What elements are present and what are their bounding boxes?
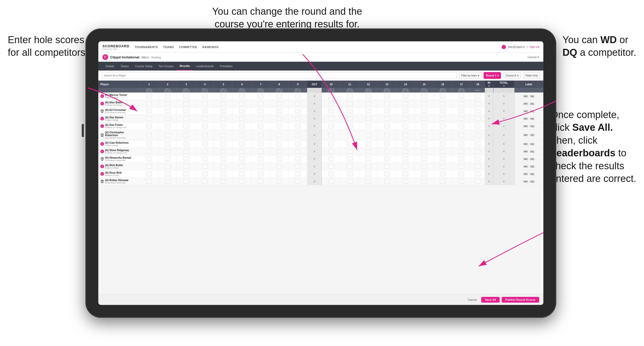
score-input-h8-p4[interactable] [276,124,282,128]
score-hole-3-player-0[interactable] [177,93,196,100]
score-hole-15-player-4[interactable] [415,122,433,130]
score-hole-1-player-3[interactable] [140,115,158,122]
score-input-h6-p2[interactable] [239,109,245,113]
score-input-h1-p9[interactable] [146,164,152,169]
score-input-h8-p0[interactable] [276,94,282,98]
score-hole-17-player-10[interactable] [452,170,471,178]
score-hole-8-player-2[interactable] [270,107,288,115]
score-input-h14-p7[interactable] [403,149,408,154]
score-hole-8-player-11[interactable] [270,178,288,185]
score-hole-4-player-3[interactable] [196,115,214,122]
score-hole-18-player-2[interactable] [471,107,485,115]
score-hole-11-player-6[interactable] [340,140,359,148]
score-input-h15-p7[interactable] [421,149,427,154]
score-input-h8-p7[interactable] [276,149,282,154]
score-input-h13-p4[interactable] [384,124,390,128]
score-input-h4-p3[interactable] [202,116,208,121]
score-input-h16-p2[interactable] [440,109,446,113]
score-input-h10-p7[interactable] [328,149,334,154]
score-hole-5-player-11[interactable] [214,178,233,185]
score-input-h8-p8[interactable] [276,157,282,161]
score-input-h7-p11[interactable] [258,179,263,184]
score-input-h1-p7[interactable] [146,149,152,154]
score-input-h18-p5[interactable] [475,133,480,137]
score-hole-10-player-9[interactable] [322,163,340,170]
nav-committee[interactable]: COMMITTEE [179,45,197,49]
score-hole-7-player-3[interactable] [251,115,270,122]
score-input-h9-p8[interactable] [295,157,301,161]
score-input-h3-p11[interactable] [183,179,189,184]
score-hole-16-player-7[interactable] [433,148,452,155]
score-input-h12-p8[interactable] [366,157,371,161]
score-input-h15-p2[interactable] [421,109,427,113]
score-hole-7-player-10[interactable] [251,170,270,178]
score-hole-14-player-3[interactable] [396,115,415,122]
score-hole-5-player-0[interactable] [214,93,233,100]
score-hole-11-player-2[interactable] [340,107,359,115]
score-input-h17-p5[interactable] [458,133,464,137]
score-input-h6-p8[interactable] [239,157,245,161]
sign-out-link[interactable]: Sign out [530,45,539,48]
score-input-h12-p11[interactable] [366,179,371,184]
dq-button-player-1[interactable]: DQ [530,102,535,105]
score-input-h17-p1[interactable] [458,101,464,106]
score-input-h2-p11[interactable] [165,179,171,184]
score-input-h5-p1[interactable] [220,101,226,106]
tab-leaderboards[interactable]: Leaderboards [193,62,217,71]
wd-button-player-7[interactable]: WD [523,150,528,153]
score-hole-2-player-11[interactable] [158,178,177,185]
score-input-h1-p6[interactable] [146,142,152,146]
score-hole-18-player-8[interactable] [471,155,485,163]
score-input-h15-p8[interactable] [421,157,427,161]
score-input-h12-p1[interactable] [366,101,371,106]
score-hole-3-player-7[interactable] [177,148,196,155]
score-hole-1-player-10[interactable] [140,170,158,178]
score-hole-9-player-1[interactable] [288,100,307,107]
score-input-h3-p4[interactable] [183,124,189,128]
filter-by-team-button[interactable]: Filter by team ▾ [459,72,482,79]
score-hole-1-player-8[interactable] [140,155,158,163]
score-hole-16-player-0[interactable] [433,93,452,100]
score-hole-8-player-7[interactable] [270,148,288,155]
score-input-h15-p6[interactable] [421,142,427,146]
score-input-h13-p2[interactable] [384,109,390,113]
score-input-h18-p4[interactable] [475,124,480,128]
score-input-h4-p8[interactable] [202,157,208,161]
score-input-h18-p8[interactable] [475,157,480,161]
score-hole-1-player-11[interactable] [140,178,158,185]
score-hole-4-player-2[interactable] [196,107,214,115]
score-hole-6-player-3[interactable] [233,115,251,122]
score-hole-18-player-3[interactable] [471,115,485,122]
score-input-h3-p1[interactable] [183,101,189,106]
score-input-h17-p10[interactable] [458,172,464,176]
score-hole-11-player-8[interactable] [340,155,359,163]
score-hole-6-player-7[interactable] [233,148,251,155]
tab-details[interactable]: Details [102,62,117,71]
score-hole-17-player-2[interactable] [452,107,471,115]
score-hole-3-player-5[interactable] [177,130,196,140]
score-input-h14-p6[interactable] [403,142,408,146]
score-hole-3-player-8[interactable] [177,155,196,163]
score-input-h5-p8[interactable] [220,157,226,161]
wd-button-player-1[interactable]: WD [523,102,528,105]
score-hole-14-player-8[interactable] [396,155,415,163]
score-input-h15-p3[interactable] [421,116,427,121]
score-input-h3-p5[interactable] [183,133,189,137]
score-input-h13-p10[interactable] [384,172,390,176]
score-hole-10-player-1[interactable] [322,100,340,107]
dq-button-player-6[interactable]: DQ [530,143,535,145]
score-input-h14-p2[interactable] [403,109,408,113]
score-input-h7-p5[interactable] [258,133,263,137]
score-input-h11-p4[interactable] [347,124,353,128]
dq-button-player-7[interactable]: DQ [530,150,535,153]
score-input-h2-p0[interactable] [165,94,171,98]
score-hole-12-player-4[interactable] [359,122,378,130]
score-hole-12-player-7[interactable] [359,148,378,155]
score-hole-15-player-0[interactable] [415,93,433,100]
score-hole-11-player-11[interactable] [340,178,359,185]
score-input-h7-p7[interactable] [258,149,263,154]
score-hole-2-player-7[interactable] [158,148,177,155]
score-hole-14-player-10[interactable] [396,170,415,178]
score-input-h1-p4[interactable] [146,124,152,128]
score-input-h10-p0[interactable] [328,94,334,98]
